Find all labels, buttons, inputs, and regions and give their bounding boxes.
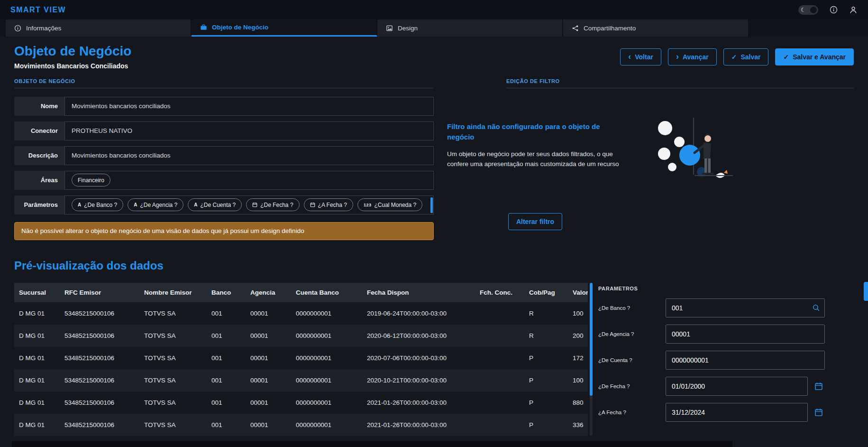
alter-filter-button[interactable]: Alterar filtro [508,213,562,230]
table-row[interactable]: D MG 0153485215000106TOTVS SA00100001000… [14,325,588,347]
table-header-row: SucursalRFC EmisorNombre EmisorBancoAgen… [14,283,588,302]
top-bar: SMART VIEW ☾ [0,0,868,19]
tab-design[interactable]: Design [377,19,563,37]
table-head: SucursalRFC EmisorNombre EmisorBancoAgen… [14,283,588,302]
save-button-label: Salvar [740,53,760,61]
filter-button[interactable] [864,282,868,301]
table-cell: 200 [568,325,588,347]
moon-icon: ☾ [801,7,806,13]
table-row[interactable]: D MG 0153485215000106TOTVS SA00100001000… [14,347,588,369]
parameter-input-de-fecha[interactable] [666,377,808,396]
parameter-input-wrap [666,403,808,422]
table-body: D MG 0153485215000106TOTVS SA00100001000… [14,302,588,436]
table-cell: D MG 01 [14,325,60,347]
columns-layout: OBJETO DE NEGÓCIO NomeMovimientos bancar… [14,78,854,240]
table-cell [475,302,524,325]
parameter-input-a-fecha[interactable] [666,403,808,422]
tab-objeto-de-negocio[interactable]: Objeto de Negócio [192,19,377,37]
table-row[interactable]: D MG 0153485215000106TOTVS SA00100001000… [14,369,588,391]
empty-state-illustration [636,115,735,230]
theme-toggle[interactable]: ☾ [798,5,818,15]
table-cell: TOTVS SA [139,391,207,414]
table-cell: 172 [568,347,588,369]
parameters-panel: PARAMETROS ¿De Banco ?¿De Agencia ?¿De C… [593,283,854,422]
field-label: Áreas [14,171,64,190]
tab-label: Design [398,25,418,32]
help-icon[interactable] [830,6,838,14]
table-cell: R [524,325,568,347]
toggle-knob [810,7,817,13]
parameter-label: ¿De Cuenta ? [598,357,666,363]
table-cell: D MG 01 [14,302,60,325]
page-header: Objeto de Negócio Movimientos Bancarios … [14,44,854,70]
chip-de-banco[interactable]: A¿De Banco ? [72,198,123,211]
calendar-icon[interactable] [813,382,825,391]
parameter-input-de-agencia[interactable] [666,325,825,344]
parameter-input-de-cuenta[interactable] [666,351,825,370]
horizontal-scrollbar[interactable] [12,441,732,447]
chip-de-fecha[interactable]: ¿De Fecha ? [246,198,299,211]
search-icon[interactable] [812,304,820,312]
column-header-banco: Banco [207,283,246,302]
parameter-row-a-fecha: ¿A Fecha ? [598,403,825,422]
forward-button[interactable]: › Avançar [668,48,717,65]
table-cell: 001 [207,325,246,347]
alter-filter-wrap: Alterar filtro [447,213,623,230]
user-icon[interactable] [849,6,858,14]
table-cell: TOTVS SA [139,325,207,347]
table-cell: TOTVS SA [139,302,207,325]
parameter-input-wrap [666,298,825,317]
data-table: SucursalRFC EmisorNombre EmisorBancoAgen… [14,283,588,436]
chip-cual-moneda[interactable]: 123¿Cual Moneda ? [357,198,422,211]
calendar-icon[interactable] [813,408,825,417]
column-header-fch-conc: Fch. Conc. [475,283,524,302]
parameter-row-de-agencia: ¿De Agencia ? [598,325,825,344]
warning-banner: Não é possível alterar o objeto de negóc… [14,222,434,240]
business-object-section: OBJETO DE NEGÓCIO NomeMovimientos bancar… [14,78,434,240]
field-value-descricao: Movimientos bancarios conciliados [64,146,434,165]
field-value-nome: Movimientos bancarios conciliados [64,97,434,116]
table-cell: P [524,414,568,436]
chip-label: ¿De Fecha ? [260,202,293,208]
parameter-input-de-banco[interactable] [666,298,825,317]
table-cell: 0000000001 [291,414,362,436]
table-cell: 00001 [246,347,291,369]
table-cell: 001 [207,347,246,369]
tab-compartilhamento[interactable]: Compartilhamento [563,19,749,37]
table-cell: 001 [207,414,246,436]
chips-scrollbar[interactable] [430,197,433,213]
table-row[interactable]: D MG 0153485215000106TOTVS SA00100001000… [14,414,588,436]
chip-de-agencia[interactable]: A¿De Agencia ? [128,198,183,211]
check-icon: ✓ [731,54,737,60]
field-value-text: Movimientos bancarios conciliados [72,102,171,110]
chip-label: Financeiro [78,177,104,184]
filter-empty-state: Filtro ainda não configurado para o obje… [447,121,854,230]
field-value-conector: PROTHEUS NATIVO [64,121,434,140]
data-table-container: SucursalRFC EmisorNombre EmisorBancoAgen… [14,283,588,436]
table-cell: P [524,347,568,369]
tab-label: Objeto de Negócio [212,24,268,31]
briefcase-icon [200,24,207,31]
business-object-form: NomeMovimientos bancarios conciliadosCon… [14,97,434,214]
business-object-section-title: OBJETO DE NEGÓCIO [14,78,434,88]
chip-financeiro[interactable]: Financeiro [72,174,110,186]
column-header-sucursal: Sucursal [14,283,60,302]
filter-section-title: EDIÇÃO DE FILTRO [506,78,854,88]
chip-label: ¿De Cuenta ? [200,202,236,208]
app-window: SMART VIEW ☾ InformaçõesObjeto de Negóci… [0,0,868,436]
chevron-right-icon: › [676,52,679,61]
back-button[interactable]: ‹ Voltar [620,48,661,65]
save-button[interactable]: ✓ Salvar [723,48,769,65]
chip-a-fecha[interactable]: ¿A Fecha ? [304,198,353,211]
save-and-forward-button[interactable]: ✓ Salvar e Avançar [775,48,854,65]
chip-de-cuenta[interactable]: A¿De Cuenta ? [188,198,242,211]
page-title: Objeto de Negócio [14,44,131,59]
table-cell: 2020-10-21T00:00:00-03:00 [362,369,475,391]
filter-edit-section: EDIÇÃO DE FILTRO Filtro ainda não config… [434,78,854,240]
field-label: Nome [14,97,64,116]
table-row[interactable]: D MG 0153485215000106TOTVS SA00100001000… [14,391,588,414]
field-row-areas: ÁreasFinanceiro [14,171,434,190]
check-icon: ✓ [783,54,789,60]
tab-informacoes[interactable]: Informações [6,19,192,37]
table-row[interactable]: D MG 0153485215000106TOTVS SA00100001000… [14,302,588,325]
